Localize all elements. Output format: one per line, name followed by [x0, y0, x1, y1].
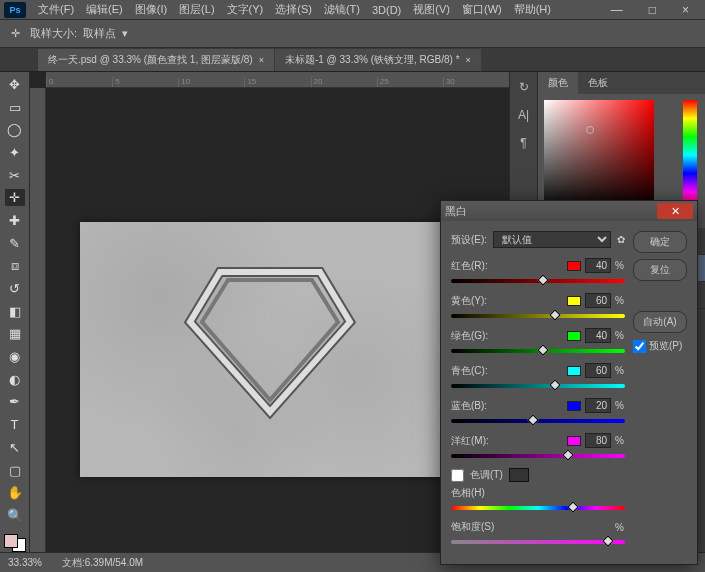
dialog-titlebar[interactable]: 黑白 ✕ [441, 201, 697, 221]
preset-gear-icon[interactable]: ✿ [617, 234, 625, 245]
history-brush-tool-icon[interactable]: ↺ [5, 280, 25, 297]
color-swatch-icon [567, 401, 581, 411]
slider-value[interactable]: 20 [585, 398, 611, 413]
eraser-tool-icon[interactable]: ◧ [5, 303, 25, 320]
color-slider[interactable] [451, 380, 625, 390]
lasso-tool-icon[interactable]: ◯ [5, 121, 25, 138]
menu-layer[interactable]: 图层(L) [173, 0, 220, 19]
canvas-area[interactable]: 051015202530 [30, 72, 509, 552]
sample-size-value[interactable]: 取样点 [83, 26, 116, 41]
color-swatch-icon [567, 331, 581, 341]
marquee-tool-icon[interactable]: ▭ [5, 99, 25, 116]
pct-label: % [615, 330, 625, 341]
crop-tool-icon[interactable]: ✂ [5, 167, 25, 184]
color-slider[interactable] [451, 310, 625, 320]
menu-view[interactable]: 视图(V) [407, 0, 456, 19]
color-slider[interactable] [451, 415, 625, 425]
cancel-button[interactable]: 复位 [633, 259, 687, 281]
menu-3d[interactable]: 3D(D) [366, 2, 407, 18]
close-icon[interactable]: × [466, 55, 471, 65]
menu-file[interactable]: 文件(F) [32, 0, 80, 19]
dodge-tool-icon[interactable]: ◐ [5, 371, 25, 388]
saturation-slider[interactable] [451, 536, 625, 546]
color-swatch-icon [567, 261, 581, 271]
slider-value[interactable]: 40 [585, 328, 611, 343]
tint-checkbox[interactable] [451, 469, 464, 482]
tab-label: 未标题-1 @ 33.3% (铁锈文理, RGB/8) * [285, 54, 460, 65]
menu-image[interactable]: 图像(I) [129, 0, 173, 19]
document-tab[interactable]: 未标题-1 @ 33.3% (铁锈文理, RGB/8) *× [275, 49, 481, 71]
hue-slider[interactable] [451, 502, 625, 512]
zoom-tool-icon[interactable]: 🔍 [5, 507, 25, 524]
eyedropper-icon[interactable]: ✛ [6, 25, 24, 43]
slider-value[interactable]: 40 [585, 258, 611, 273]
color-swatches[interactable] [4, 534, 26, 552]
character-panel-icon[interactable]: A| [515, 106, 533, 124]
tint-swatch[interactable] [509, 468, 529, 482]
hand-tool-icon[interactable]: ✋ [5, 484, 25, 501]
color-cursor-icon[interactable] [586, 126, 594, 134]
healing-tool-icon[interactable]: ✚ [5, 212, 25, 229]
slider-label: 洋红(M): [451, 434, 497, 448]
menubar: Ps 文件(F) 编辑(E) 图像(I) 图层(L) 文字(Y) 选择(S) 滤… [0, 0, 705, 20]
slider-label: 蓝色(B): [451, 399, 497, 413]
move-tool-icon[interactable]: ✥ [5, 76, 25, 93]
svg-marker-0 [190, 272, 350, 412]
auto-button[interactable]: 自动(A) [633, 311, 687, 333]
blur-tool-icon[interactable]: ◉ [5, 348, 25, 365]
dialog-close-button[interactable]: ✕ [657, 203, 693, 219]
menu-window[interactable]: 窗口(W) [456, 0, 508, 19]
color-slider[interactable] [451, 275, 625, 285]
hue-slider[interactable] [683, 100, 697, 210]
options-bar: ✛ 取样大小: 取样点 ▾ [0, 20, 705, 48]
dropdown-icon[interactable]: ▾ [122, 27, 128, 40]
slider-value[interactable]: 80 [585, 433, 611, 448]
swatches-tab[interactable]: 色板 [578, 72, 618, 94]
slider-value[interactable]: 60 [585, 293, 611, 308]
color-field[interactable] [544, 100, 654, 210]
path-tool-icon[interactable]: ↖ [5, 439, 25, 456]
document-canvas[interactable] [80, 222, 475, 477]
gradient-tool-icon[interactable]: ▦ [5, 326, 25, 343]
app-logo: Ps [4, 2, 26, 18]
slider-value[interactable]: 60 [585, 363, 611, 378]
menu-help[interactable]: 帮助(H) [508, 0, 557, 19]
menu-type[interactable]: 文字(Y) [221, 0, 270, 19]
shape-tool-icon[interactable]: ▢ [5, 462, 25, 479]
color-slider[interactable] [451, 450, 625, 460]
vertical-ruler [30, 88, 46, 552]
preview-checkbox[interactable]: 预览(P) [633, 339, 687, 353]
document-info[interactable]: 文档:6.39M/54.0M [62, 556, 143, 570]
svg-marker-2 [202, 280, 338, 400]
horizontal-ruler: 051015202530 [46, 72, 509, 88]
ok-button[interactable]: 确定 [633, 231, 687, 253]
magic-wand-tool-icon[interactable]: ✦ [5, 144, 25, 161]
menu-filter[interactable]: 滤镜(T) [318, 0, 366, 19]
foreground-color-swatch[interactable] [4, 534, 18, 548]
zoom-level[interactable]: 33.33% [8, 557, 42, 568]
preset-label: 预设(E): [451, 233, 487, 247]
preset-select[interactable]: 默认值 [493, 231, 611, 248]
tint-label: 色调(T) [470, 468, 503, 482]
color-tab[interactable]: 颜色 [538, 72, 578, 94]
color-slider[interactable] [451, 345, 625, 355]
paragraph-panel-icon[interactable]: ¶ [515, 134, 533, 152]
eyedropper-tool-icon[interactable]: ✛ [5, 189, 25, 206]
window-close-icon[interactable]: × [676, 1, 695, 19]
black-white-dialog: 黑白 ✕ 预设(E): 默认值 ✿ 红色(R): 40 % 黄色(Y): 60 … [440, 200, 698, 565]
history-panel-icon[interactable]: ↻ [515, 78, 533, 96]
menu-edit[interactable]: 编辑(E) [80, 0, 129, 19]
pen-tool-icon[interactable]: ✒ [5, 394, 25, 411]
color-swatch-icon [567, 366, 581, 376]
pct-label: % [615, 435, 625, 446]
window-minimize-icon[interactable]: — [605, 1, 629, 19]
slider-label: 红色(R): [451, 259, 497, 273]
document-tab[interactable]: 终一天.psd @ 33.3% (颜色查找 1, 图层蒙版/8)× [38, 49, 274, 71]
stamp-tool-icon[interactable]: ⧈ [5, 258, 25, 275]
menu-select[interactable]: 选择(S) [269, 0, 318, 19]
saturation-label: 饱和度(S) [451, 520, 497, 534]
brush-tool-icon[interactable]: ✎ [5, 235, 25, 252]
window-maximize-icon[interactable]: □ [643, 1, 662, 19]
type-tool-icon[interactable]: T [5, 416, 25, 433]
close-icon[interactable]: × [259, 55, 264, 65]
